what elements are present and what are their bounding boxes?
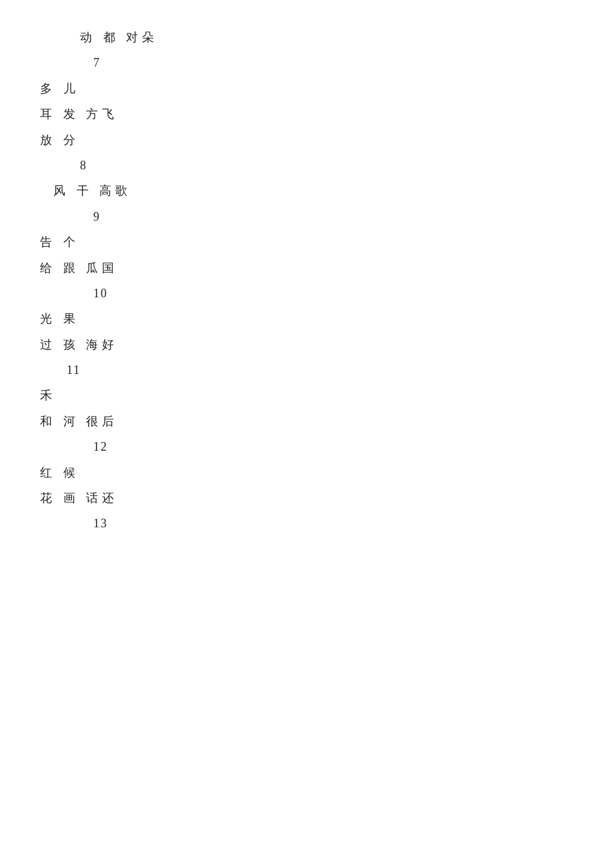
content-line: 过 孩 海好 (40, 334, 573, 355)
section-number: 7 (40, 52, 573, 73)
section-number: 9 (40, 206, 573, 227)
content-line: 放 分 (40, 129, 573, 151)
content-line: 风 干 高歌 (40, 180, 573, 201)
content-line: 动 都 对朵 (40, 27, 573, 48)
section-number: 12 (40, 436, 573, 457)
main-content: 动 都 对朵7多 儿耳 发 方飞放 分8风 干 高歌9告 个给 跟 瓜国10光 … (40, 27, 573, 535)
content-line: 光 果 (40, 308, 573, 329)
section-number: 8 (40, 155, 573, 176)
content-line: 给 跟 瓜国 (40, 257, 573, 279)
content-line: 红 候 (40, 462, 573, 483)
section-number: 11 (40, 359, 573, 381)
content-line: 耳 发 方飞 (40, 103, 573, 125)
content-line: 告 个 (40, 231, 573, 253)
section-number: 13 (40, 513, 573, 534)
content-line: 禾 (40, 385, 573, 406)
content-line: 和 河 很后 (40, 411, 573, 432)
section-number: 10 (40, 283, 573, 304)
content-line: 花 画 话还 (40, 487, 573, 509)
content-line: 多 儿 (40, 78, 573, 99)
